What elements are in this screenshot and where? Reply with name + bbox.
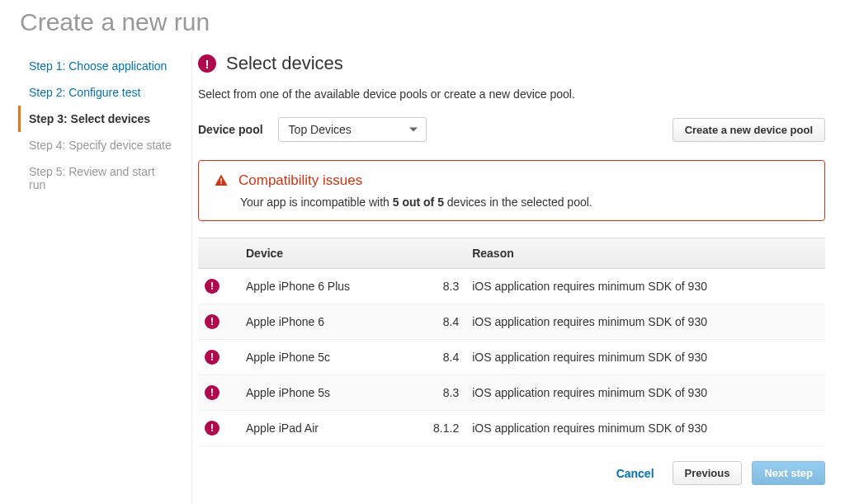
device-pool-label: Device pool: [198, 123, 263, 136]
device-name: Apple iPhone 5s: [239, 375, 409, 411]
wizard-footer: Cancel Previous Next step: [198, 446, 825, 485]
create-device-pool-button[interactable]: Create a new device pool: [673, 118, 825, 142]
previous-button[interactable]: Previous: [673, 461, 743, 485]
device-version: 8.3: [409, 375, 465, 411]
step-specify-device-state: Step 4: Specify device state: [18, 132, 173, 158]
alert-title: Compatibility issues: [238, 172, 362, 189]
error-icon: !: [205, 350, 220, 365]
table-row: !Apple iPhone 68.4iOS application requir…: [198, 304, 825, 340]
device-version: 8.4: [409, 340, 465, 375]
alert-body-suffix: devices in the selected pool.: [444, 195, 592, 209]
col-status: [198, 238, 239, 269]
table-row: !Apple iPhone 5s8.3iOS application requi…: [198, 375, 825, 411]
error-icon: !: [205, 421, 220, 436]
table-row: !Apple iPad Air8.1.2iOS application requ…: [198, 411, 825, 446]
device-table: Device Reason !Apple iPhone 6 Plus8.3iOS…: [198, 238, 825, 446]
step-choose-application[interactable]: Step 1: Choose application: [18, 53, 173, 79]
svg-rect-1: [220, 183, 222, 185]
device-version: 8.3: [409, 269, 465, 304]
device-pool-select[interactable]: Top Devices: [278, 117, 427, 142]
table-row: !Apple iPhone 6 Plus8.3iOS application r…: [198, 269, 825, 304]
error-icon: !: [198, 54, 216, 73]
device-version: 8.4: [409, 304, 465, 340]
device-name: Apple iPad Air: [239, 411, 409, 446]
main-panel: ! Select devices Select from one of the …: [173, 46, 845, 485]
step-configure-test[interactable]: Step 2: Configure test: [18, 79, 173, 106]
warning-icon: [214, 173, 229, 188]
next-step-button[interactable]: Next step: [752, 461, 825, 485]
section-heading: Select devices: [226, 53, 343, 74]
error-icon: !: [205, 314, 220, 329]
step-select-devices[interactable]: Step 3: Select devices: [18, 106, 173, 132]
device-name: Apple iPhone 5c: [239, 340, 409, 375]
error-icon: !: [205, 279, 220, 294]
device-version: 8.1.2: [409, 411, 465, 446]
table-row: !Apple iPhone 5c8.4iOS application requi…: [198, 340, 825, 375]
incompat-reason: iOS application requires minimum SDK of …: [465, 304, 825, 340]
alert-body-count: 5 out of 5: [393, 195, 444, 209]
alert-body: Your app is incompatible with 5 out of 5…: [214, 195, 810, 209]
device-name: Apple iPhone 6: [239, 304, 409, 340]
step-review-start: Step 5: Review and start run: [18, 158, 173, 198]
wizard-steps: Step 1: Choose application Step 2: Confi…: [0, 46, 173, 485]
error-icon: !: [205, 385, 220, 400]
col-version: [409, 238, 465, 269]
incompat-reason: iOS application requires minimum SDK of …: [465, 340, 825, 375]
compatibility-alert: Compatibility issues Your app is incompa…: [198, 160, 825, 221]
col-reason: Reason: [465, 238, 825, 269]
section-description: Select from one of the available device …: [198, 87, 825, 101]
svg-rect-0: [220, 178, 222, 182]
col-device: Device: [239, 238, 409, 269]
cancel-button[interactable]: Cancel: [608, 462, 663, 485]
page-title: Create a new run: [0, 0, 845, 46]
incompat-reason: iOS application requires minimum SDK of …: [465, 375, 825, 411]
device-name: Apple iPhone 6 Plus: [239, 269, 409, 304]
incompat-reason: iOS application requires minimum SDK of …: [465, 269, 825, 304]
incompat-reason: iOS application requires minimum SDK of …: [465, 411, 825, 446]
alert-body-prefix: Your app is incompatible with: [240, 195, 393, 209]
